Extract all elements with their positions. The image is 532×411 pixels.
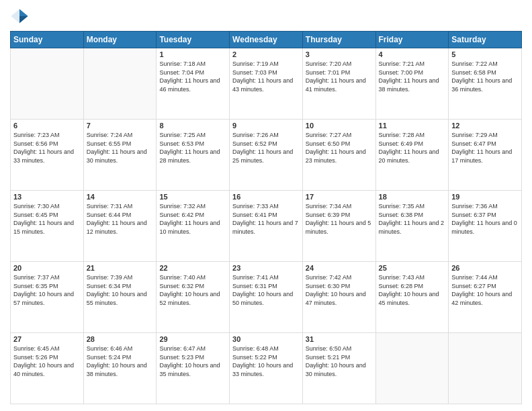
cell-content: Sunrise: 7:23 AM Sunset: 6:56 PM Dayligh… <box>13 131 81 165</box>
cell-content: Sunrise: 7:25 AM Sunset: 6:53 PM Dayligh… <box>159 131 226 165</box>
cell-content: Sunrise: 6:50 AM Sunset: 5:21 PM Dayligh… <box>306 345 373 378</box>
calendar-cell: 16Sunrise: 7:33 AM Sunset: 6:41 PM Dayli… <box>230 191 303 262</box>
cell-content: Sunrise: 7:20 AM Sunset: 7:01 PM Dayligh… <box>306 60 373 93</box>
calendar-cell: 13Sunrise: 7:30 AM Sunset: 6:45 PM Dayli… <box>11 191 84 262</box>
calendar-cell: 4Sunrise: 7:21 AM Sunset: 7:00 PM Daylig… <box>375 48 449 120</box>
calendar-day-header: Wednesday <box>230 32 303 48</box>
day-number: 2 <box>232 50 300 58</box>
cell-content: Sunrise: 7:22 AM Sunset: 6:58 PM Dayligh… <box>451 60 519 93</box>
day-number: 10 <box>306 122 373 130</box>
day-number: 7 <box>87 122 154 130</box>
day-number: 4 <box>379 50 446 58</box>
day-number: 5 <box>451 50 519 58</box>
calendar-cell: 2Sunrise: 7:19 AM Sunset: 7:03 PM Daylig… <box>230 48 303 120</box>
calendar-week-row: 13Sunrise: 7:30 AM Sunset: 6:45 PM Dayli… <box>11 191 522 262</box>
day-number: 1 <box>159 50 226 58</box>
day-number: 26 <box>451 264 519 272</box>
calendar-week-row: 1Sunrise: 7:18 AM Sunset: 7:04 PM Daylig… <box>11 48 522 120</box>
day-number: 29 <box>159 335 226 343</box>
calendar-cell: 31Sunrise: 6:50 AM Sunset: 5:21 PM Dayli… <box>302 333 375 404</box>
calendar-cell: 30Sunrise: 6:48 AM Sunset: 5:22 PM Dayli… <box>230 333 303 404</box>
cell-content: Sunrise: 6:48 AM Sunset: 5:22 PM Dayligh… <box>232 345 300 378</box>
day-number: 24 <box>306 264 373 272</box>
cell-content: Sunrise: 7:27 AM Sunset: 6:50 PM Dayligh… <box>306 131 373 165</box>
day-number: 18 <box>379 193 446 201</box>
calendar-cell <box>375 333 449 404</box>
day-number: 31 <box>306 335 373 343</box>
calendar-cell: 5Sunrise: 7:22 AM Sunset: 6:58 PM Daylig… <box>449 48 522 120</box>
calendar-cell: 11Sunrise: 7:28 AM Sunset: 6:49 PM Dayli… <box>375 120 449 191</box>
cell-content: Sunrise: 7:24 AM Sunset: 6:55 PM Dayligh… <box>87 131 154 165</box>
calendar-cell: 12Sunrise: 7:29 AM Sunset: 6:47 PM Dayli… <box>449 120 522 191</box>
cell-content: Sunrise: 7:28 AM Sunset: 6:49 PM Dayligh… <box>379 131 446 165</box>
calendar-cell: 7Sunrise: 7:24 AM Sunset: 6:55 PM Daylig… <box>83 120 157 191</box>
cell-content: Sunrise: 7:31 AM Sunset: 6:44 PM Dayligh… <box>87 202 154 236</box>
calendar-cell: 22Sunrise: 7:40 AM Sunset: 6:32 PM Dayli… <box>157 262 230 333</box>
calendar-cell: 23Sunrise: 7:41 AM Sunset: 6:31 PM Dayli… <box>230 262 303 333</box>
calendar-cell: 28Sunrise: 6:46 AM Sunset: 5:24 PM Dayli… <box>83 333 157 404</box>
calendar-day-header: Friday <box>375 32 449 48</box>
page: SundayMondayTuesdayWednesdayThursdayFrid… <box>0 0 532 411</box>
calendar-cell <box>11 48 84 120</box>
cell-content: Sunrise: 7:35 AM Sunset: 6:38 PM Dayligh… <box>379 202 446 236</box>
svg-marker-1 <box>19 9 28 17</box>
day-number: 14 <box>87 193 154 201</box>
day-number: 3 <box>306 50 373 58</box>
day-number: 21 <box>87 264 154 272</box>
calendar-day-header: Tuesday <box>157 32 230 48</box>
cell-content: Sunrise: 7:29 AM Sunset: 6:47 PM Dayligh… <box>451 131 519 165</box>
day-number: 23 <box>232 264 300 272</box>
calendar-cell: 24Sunrise: 7:42 AM Sunset: 6:30 PM Dayli… <box>302 262 375 333</box>
calendar-cell: 17Sunrise: 7:34 AM Sunset: 6:39 PM Dayli… <box>302 191 375 262</box>
cell-content: Sunrise: 7:26 AM Sunset: 6:52 PM Dayligh… <box>232 131 300 165</box>
day-number: 30 <box>232 335 300 343</box>
cell-content: Sunrise: 7:43 AM Sunset: 6:28 PM Dayligh… <box>379 273 446 307</box>
calendar-cell: 10Sunrise: 7:27 AM Sunset: 6:50 PM Dayli… <box>302 120 375 191</box>
calendar-table: SundayMondayTuesdayWednesdayThursdayFrid… <box>10 31 522 404</box>
calendar-cell: 29Sunrise: 6:47 AM Sunset: 5:23 PM Dayli… <box>157 333 230 404</box>
day-number: 22 <box>159 264 226 272</box>
calendar-day-header: Saturday <box>449 32 522 48</box>
day-number: 25 <box>379 264 446 272</box>
calendar-day-header: Monday <box>83 32 157 48</box>
day-number: 15 <box>159 193 226 201</box>
calendar-cell: 9Sunrise: 7:26 AM Sunset: 6:52 PM Daylig… <box>230 120 303 191</box>
cell-content: Sunrise: 7:19 AM Sunset: 7:03 PM Dayligh… <box>232 60 300 93</box>
cell-content: Sunrise: 7:34 AM Sunset: 6:39 PM Dayligh… <box>306 202 373 236</box>
day-number: 11 <box>379 122 446 130</box>
cell-content: Sunrise: 7:44 AM Sunset: 6:27 PM Dayligh… <box>451 273 519 307</box>
calendar-cell: 3Sunrise: 7:20 AM Sunset: 7:01 PM Daylig… <box>302 48 375 120</box>
calendar-cell: 27Sunrise: 6:45 AM Sunset: 5:26 PM Dayli… <box>11 333 84 404</box>
calendar-cell: 6Sunrise: 7:23 AM Sunset: 6:56 PM Daylig… <box>11 120 84 191</box>
cell-content: Sunrise: 7:40 AM Sunset: 6:32 PM Dayligh… <box>159 273 226 307</box>
calendar-cell: 1Sunrise: 7:18 AM Sunset: 7:04 PM Daylig… <box>157 48 230 120</box>
cell-content: Sunrise: 7:37 AM Sunset: 6:35 PM Dayligh… <box>13 273 81 307</box>
calendar-cell: 15Sunrise: 7:32 AM Sunset: 6:42 PM Dayli… <box>157 191 230 262</box>
calendar-cell <box>83 48 157 120</box>
calendar-cell: 19Sunrise: 7:36 AM Sunset: 6:37 PM Dayli… <box>449 191 522 262</box>
calendar-header-row: SundayMondayTuesdayWednesdayThursdayFrid… <box>11 32 522 48</box>
calendar-week-row: 6Sunrise: 7:23 AM Sunset: 6:56 PM Daylig… <box>11 120 522 191</box>
cell-content: Sunrise: 6:46 AM Sunset: 5:24 PM Dayligh… <box>87 345 154 378</box>
day-number: 17 <box>306 193 373 201</box>
calendar-cell: 21Sunrise: 7:39 AM Sunset: 6:34 PM Dayli… <box>83 262 157 333</box>
cell-content: Sunrise: 7:33 AM Sunset: 6:41 PM Dayligh… <box>232 202 300 236</box>
day-number: 8 <box>159 122 226 130</box>
cell-content: Sunrise: 6:45 AM Sunset: 5:26 PM Dayligh… <box>13 345 81 378</box>
logo <box>10 7 32 26</box>
cell-content: Sunrise: 7:32 AM Sunset: 6:42 PM Dayligh… <box>159 202 226 236</box>
day-number: 19 <box>451 193 519 201</box>
cell-content: Sunrise: 6:47 AM Sunset: 5:23 PM Dayligh… <box>159 345 226 378</box>
day-number: 13 <box>13 193 81 201</box>
logo-icon <box>10 7 29 26</box>
calendar-cell: 25Sunrise: 7:43 AM Sunset: 6:28 PM Dayli… <box>375 262 449 333</box>
cell-content: Sunrise: 7:21 AM Sunset: 7:00 PM Dayligh… <box>379 60 446 93</box>
day-number: 27 <box>13 335 81 343</box>
cell-content: Sunrise: 7:18 AM Sunset: 7:04 PM Dayligh… <box>159 60 226 93</box>
calendar-day-header: Sunday <box>11 32 84 48</box>
cell-content: Sunrise: 7:42 AM Sunset: 6:30 PM Dayligh… <box>306 273 373 307</box>
calendar-cell: 26Sunrise: 7:44 AM Sunset: 6:27 PM Dayli… <box>449 262 522 333</box>
calendar-week-row: 27Sunrise: 6:45 AM Sunset: 5:26 PM Dayli… <box>11 333 522 404</box>
calendar-cell: 20Sunrise: 7:37 AM Sunset: 6:35 PM Dayli… <box>11 262 84 333</box>
day-number: 20 <box>13 264 81 272</box>
